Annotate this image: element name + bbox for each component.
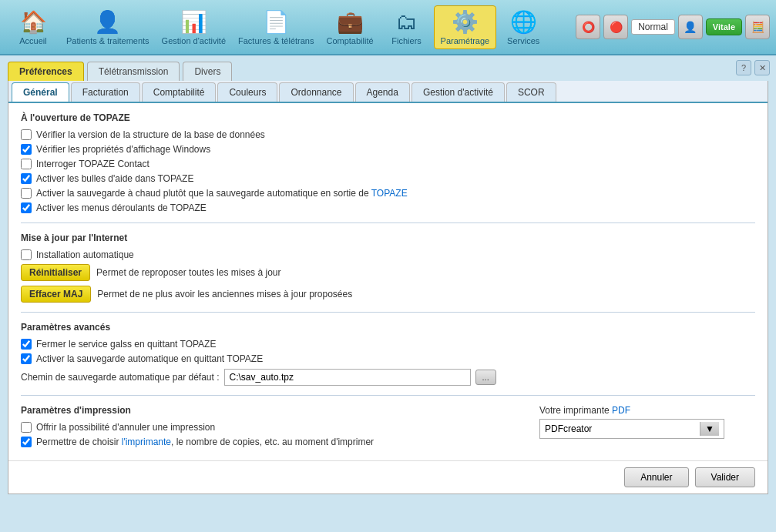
checkbox-choisir-imprimante-input[interactable] — [21, 437, 32, 447]
checkbox-fermer-service: Fermer le service galss en quittant TOPA… — [21, 339, 755, 350]
checkbox-sauvegarde-chaud-input[interactable] — [21, 188, 32, 199]
home-icon: 🏠 — [20, 9, 47, 35]
checkbox-auto-install-label: Installation automatique — [36, 249, 134, 260]
services-icon: 🌐 — [510, 9, 537, 35]
checkbox-verif-version: Vérifier la version de la structure de l… — [21, 129, 755, 140]
reinitialiser-button[interactable]: Réinitialiser — [21, 264, 90, 281]
checkbox-verif-affichage-input[interactable] — [21, 144, 32, 155]
browse-button[interactable]: ... — [475, 370, 496, 385]
toolbar-comptabilite-label: Comptabilité — [326, 36, 373, 45]
params-impression-title: Paramètres d'impression — [21, 405, 509, 416]
toolbar-accueil[interactable]: 🏠 Accueil — [6, 6, 60, 49]
toolbar-fichiers-label: Fichiers — [391, 36, 422, 45]
tab-divers[interactable]: Divers — [183, 62, 232, 81]
printer-select[interactable]: PDFcreator ▼ — [539, 419, 724, 439]
subtab-scor[interactable]: SCOR — [506, 82, 556, 102]
normal-badge: Normal — [631, 19, 675, 35]
effacer-row: Effacer MAJ Permet de ne plus avoir les … — [21, 286, 755, 303]
vitale-btn[interactable]: Vitale — [706, 18, 742, 35]
toolbar-user-icon[interactable]: 👤 — [678, 15, 703, 39]
checkbox-choisir-imprimante: Permettre de choisir l'imprimante, le no… — [21, 437, 509, 447]
checkbox-menus-label: Activer les menus déroulants de TOPAZE — [36, 202, 207, 213]
toolbar-right: ⭕ 🔴 Normal 👤 Vitale 🧮 — [576, 15, 770, 39]
sub-panel: Général Facturation Comptabilité Couleur… — [8, 81, 768, 494]
print-right: Votre imprimante PDF PDFcreator ▼ — [539, 405, 755, 451]
toolbar-gestion-label: Gestion d'activité — [162, 36, 226, 45]
close-button[interactable]: ✕ — [754, 60, 770, 75]
parametrage-icon: ⚙️ — [452, 9, 479, 35]
annuler-button[interactable]: Annuler — [624, 467, 688, 487]
subtab-gestion[interactable]: Gestion d'activité — [412, 82, 505, 102]
printer-value: PDFcreator — [545, 423, 700, 434]
toolbar-services-label: Services — [507, 36, 539, 45]
checkbox-interroger: Interroger TOPAZE Contact — [21, 159, 755, 169]
checkbox-bulles-label: Activer les bulles d'aide dans TOPAZE — [36, 173, 193, 184]
path-input[interactable] — [224, 369, 471, 386]
checkbox-auto-install: Installation automatique — [21, 249, 755, 260]
checkbox-annuler-impression-label: Offrir la possibilité d'annuler une impr… — [36, 422, 215, 433]
checkbox-verif-version-label: Vérifier la version de la structure de l… — [36, 129, 265, 140]
checkbox-verif-version-input[interactable] — [21, 129, 32, 140]
toolbar-factures-label: Factures & télétrans — [238, 36, 314, 45]
reinitialiser-row: Réinitialiser Permet de reproposer toute… — [21, 264, 755, 281]
content-area: À l'ouverture de TOPAZE Vérifier la vers… — [8, 103, 768, 460]
help-button[interactable]: ? — [736, 60, 751, 75]
checkbox-verif-affichage: Vérifier les propriétés d'affichage Wind… — [21, 144, 755, 155]
fichiers-icon: 🗂 — [396, 9, 418, 35]
tab-teletransmission[interactable]: Télétransmission — [87, 62, 180, 81]
checkbox-sauvegarde-chaud: Activer la sauvegarde à chaud plutôt que… — [21, 188, 755, 199]
checkbox-menus: Activer les menus déroulants de TOPAZE — [21, 202, 755, 213]
toolbar-gestion[interactable]: 📊 Gestion d'activité — [156, 6, 232, 49]
valider-button[interactable]: Valider — [695, 467, 755, 487]
content-wrapper: ? ✕ Préférences Télétransmission Divers … — [0, 55, 776, 532]
params-avances-title: Paramètres avancés — [21, 322, 755, 333]
path-label: Chemin de sauvegarde automatique par déf… — [21, 372, 220, 383]
printer-label: Votre imprimante PDF — [539, 405, 755, 416]
effacer-button[interactable]: Effacer MAJ — [21, 286, 91, 303]
checkbox-choisir-imprimante-label: Permettre de choisir l'imprimante, le no… — [36, 437, 374, 447]
checkbox-sauvegarde-auto-input[interactable] — [21, 353, 32, 364]
checkbox-fermer-service-label: Fermer le service galss en quittant TOPA… — [36, 339, 216, 350]
checkbox-sauvegarde-auto: Activer la sauvegarde automatique en qui… — [21, 353, 755, 364]
toolbar-factures[interactable]: 📄 Factures & télétrans — [232, 6, 320, 49]
checkbox-sauvegarde-chaud-label: Activer la sauvegarde à chaud plutôt que… — [36, 188, 408, 199]
subtab-agenda[interactable]: Agenda — [355, 82, 410, 102]
subtab-comptabilite[interactable]: Comptabilité — [142, 82, 217, 102]
select-arrow-icon[interactable]: ▼ — [700, 422, 719, 436]
maj-title: Mise à jour par l'Internet — [21, 233, 755, 243]
print-row: Paramètres d'impression Offrir la possib… — [21, 405, 755, 451]
toolbar-services[interactable]: 🌐 Services — [496, 6, 550, 49]
path-row: Chemin de sauvegarde automatique par déf… — [21, 369, 755, 386]
toolbar-fichiers[interactable]: 🗂 Fichiers — [380, 6, 434, 49]
toolbar-btn-1[interactable]: ⭕ — [576, 15, 600, 39]
subtab-facturation[interactable]: Facturation — [71, 82, 140, 102]
print-left: Paramètres d'impression Offrir la possib… — [21, 405, 509, 451]
tab-preferences[interactable]: Préférences — [8, 62, 84, 81]
checkbox-bulles-input[interactable] — [21, 173, 32, 184]
checkbox-auto-install-input[interactable] — [21, 249, 32, 260]
subtab-general[interactable]: Général — [12, 82, 69, 102]
pdf-label: PDF — [612, 405, 630, 416]
toolbar: 🏠 Accueil 👤 Patients & traitements 📊 Ges… — [0, 0, 776, 55]
footer: Annuler Valider — [8, 460, 768, 494]
effacer-desc: Permet de ne plus avoir les anciennes mi… — [97, 289, 352, 299]
factures-icon: 📄 — [263, 9, 290, 35]
checkbox-annuler-impression-input[interactable] — [21, 422, 32, 433]
checkbox-interroger-label: Interroger TOPAZE Contact — [36, 159, 149, 169]
checkbox-interroger-input[interactable] — [21, 159, 32, 169]
toolbar-comptabilite[interactable]: 💼 Comptabilité — [320, 6, 379, 49]
toolbar-calc-icon[interactable]: 🧮 — [745, 15, 770, 39]
subtab-couleurs[interactable]: Couleurs — [217, 82, 277, 102]
checkbox-fermer-service-input[interactable] — [21, 339, 32, 350]
toolbar-parametrage[interactable]: ⚙️ Paramétrage — [434, 5, 497, 49]
checkbox-annuler-impression: Offrir la possibilité d'annuler une impr… — [21, 422, 509, 433]
checkbox-verif-affichage-label: Vérifier les propriétés d'affichage Wind… — [36, 144, 210, 155]
gestion-icon: 📊 — [180, 9, 207, 35]
checkbox-menus-input[interactable] — [21, 202, 32, 213]
patients-icon: 👤 — [94, 9, 121, 35]
toolbar-patients[interactable]: 👤 Patients & traitements — [60, 6, 156, 49]
subtab-ordonnance[interactable]: Ordonnance — [279, 82, 353, 102]
comptabilite-icon: 💼 — [337, 9, 364, 35]
ouverture-title: À l'ouverture de TOPAZE — [21, 112, 755, 123]
toolbar-btn-2[interactable]: 🔴 — [603, 15, 628, 39]
